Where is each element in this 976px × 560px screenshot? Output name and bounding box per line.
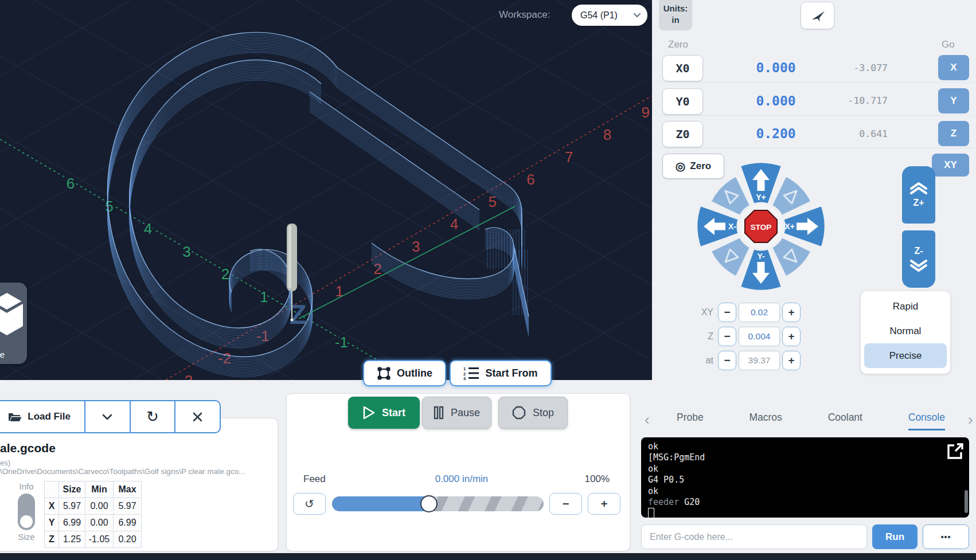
cube-3d-icon <box>0 292 24 344</box>
console-line: [MSG:PgmEnd <box>648 452 962 463</box>
stepper-decrease-button[interactable]: − <box>718 303 736 322</box>
stepper-decrease-button[interactable]: − <box>718 351 736 370</box>
go-z-button[interactable]: Z <box>938 121 969 146</box>
file-dimensions-table: SizeMinMaxX 5.97 0.00 5.97Y 6.99 0.00 6.… <box>44 481 142 548</box>
stop-job-button[interactable]: Stop <box>498 397 568 429</box>
jog-z-plus-button[interactable]: Z+ <box>902 166 935 224</box>
console-more-button[interactable]: ••• <box>923 524 969 549</box>
tab-probe[interactable]: Probe <box>677 412 704 430</box>
toggle-knob <box>20 515 33 528</box>
expand-console-icon[interactable] <box>946 442 965 460</box>
feed-decrease-button[interactable]: − <box>549 493 582 515</box>
speed-option-precise[interactable]: Precise <box>864 343 947 368</box>
tab-macros[interactable]: Macros <box>749 412 782 430</box>
stepper-label: XY <box>690 303 713 322</box>
axis-tick-label: 5 <box>489 193 497 210</box>
dro-row-y: Y0 0.000 -10.717 Y <box>658 87 973 116</box>
console-scrollbar[interactable] <box>965 490 968 513</box>
numbered-list-icon: 1 2 3 <box>463 366 479 380</box>
size-toggle-label: Size <box>14 532 39 542</box>
axis-tick-label: 5 <box>105 198 113 215</box>
units-value: in <box>659 14 692 26</box>
tab-coolant[interactable]: Coolant <box>828 412 862 430</box>
table-row: X 5.97 0.00 5.97 <box>45 498 142 515</box>
console-line: ok <box>648 441 962 452</box>
axis-tick-label: 3 <box>182 243 190 260</box>
outline-button[interactable]: Outline <box>363 360 446 386</box>
table-row: Z 1.25 -1.05 0.20 <box>45 531 142 548</box>
console-output[interactable]: ok[MSG:PgmEndokG4 P0.5okfeeder G20 <box>641 437 969 518</box>
speed-option-normal[interactable]: Normal <box>864 319 947 343</box>
workspace-label: Workspace: <box>499 9 550 21</box>
chevron-down-icon <box>102 414 112 420</box>
tabs-next-chevron[interactable]: › <box>968 412 973 427</box>
stepper-increase-button[interactable]: + <box>782 303 801 322</box>
send-position-button[interactable] <box>801 2 834 29</box>
work-position-x: 0.000 <box>716 53 836 82</box>
load-file-dropdown-button[interactable] <box>84 401 130 432</box>
zero-x-button[interactable]: X0 <box>662 55 703 81</box>
toolpath-3d-view: -3-2-1123456789654321-1 Z <box>0 0 652 380</box>
start-from-button[interactable]: 1 2 3 Start From <box>450 360 552 386</box>
machine-position-x: -3.077 <box>836 53 888 82</box>
tool-position-line <box>299 206 515 319</box>
file-meta-text: es) <box>0 459 10 467</box>
chevron-double-up-icon <box>909 182 928 194</box>
gcode-visualizer[interactable]: -3-2-1123456789654321-1 Z <box>0 0 652 380</box>
run-gcode-button[interactable]: Run <box>872 524 918 549</box>
feed-rate-value: 0.000 in/min <box>404 473 519 485</box>
go-xy-button[interactable]: XY <box>932 154 969 177</box>
stepper-value-input[interactable]: 0.004 <box>739 327 780 346</box>
axis-tick-label: 4 <box>144 220 152 237</box>
axis-tick-label: 3 <box>412 238 420 255</box>
stepper-row-xy: XY − 0.02 + <box>690 303 805 322</box>
stepper-increase-button[interactable]: + <box>782 327 801 346</box>
pause-job-button[interactable]: Pause <box>422 397 491 429</box>
speed-option-rapid[interactable]: Rapid <box>864 294 947 319</box>
jog-y-minus-label: Y- <box>757 252 765 261</box>
tabs-prev-chevron[interactable]: ‹ <box>645 412 650 427</box>
stepper-increase-button[interactable]: + <box>782 351 801 370</box>
feed-reset-button[interactable]: ↺ <box>293 493 326 515</box>
bottom-status-strip <box>0 553 976 560</box>
view-preset-card[interactable]: e <box>0 283 27 364</box>
z-minus-label: Z- <box>914 246 923 256</box>
feed-increase-button[interactable]: + <box>588 493 620 515</box>
console-line: G4 P0.5 <box>648 475 962 485</box>
paper-plane-icon <box>810 9 825 22</box>
stepper-decrease-button[interactable]: − <box>718 327 736 346</box>
tab-console[interactable]: Console <box>908 412 945 430</box>
load-file-button[interactable]: Load File <box>0 401 84 432</box>
start-job-button[interactable]: Start <box>348 397 420 429</box>
stepper-value-input[interactable]: 39.37 <box>739 351 780 370</box>
max-cell: 5.97 <box>114 498 142 515</box>
go-y-button[interactable]: Y <box>938 88 969 113</box>
outline-button-label: Outline <box>397 367 432 379</box>
minus-icon: − <box>563 498 569 511</box>
units-badge: Units: in <box>659 0 692 30</box>
feed-slider-knob[interactable] <box>420 495 438 512</box>
go-x-button[interactable]: X <box>938 55 969 80</box>
file-path: \OneDrive\Documents\Carveco\Toolpaths\Go… <box>0 467 264 476</box>
units-label: Units: <box>659 3 692 14</box>
gcode-command-input[interactable] <box>641 524 867 549</box>
stepper-label: at <box>690 351 713 370</box>
info-size-toggle[interactable] <box>18 494 35 530</box>
size-cell: 6.99 <box>59 515 85 531</box>
axis-tick-label: 8 <box>603 126 611 143</box>
zero-y-button[interactable]: Y0 <box>662 88 703 115</box>
axis-tick-label: 9 <box>642 104 650 121</box>
workspace-dropdown[interactable]: G54 (P1) <box>572 5 647 26</box>
dro-row-z: Z0 0.200 0.641 Z <box>658 119 973 148</box>
reload-file-button[interactable]: ↻ <box>130 401 175 432</box>
axis-cell: Y <box>45 515 59 531</box>
z-plus-label: Z+ <box>913 198 924 208</box>
plus-icon: + <box>601 498 608 511</box>
feed-override-slider[interactable] <box>332 496 544 511</box>
stepper-value-input[interactable]: 0.02 <box>739 303 780 322</box>
jog-z-minus-button[interactable]: Z- <box>902 230 935 288</box>
close-file-button[interactable] <box>174 401 220 432</box>
zero-z-button[interactable]: Z0 <box>662 121 703 147</box>
folder-open-icon <box>8 412 22 422</box>
chevron-down-icon <box>634 13 641 18</box>
